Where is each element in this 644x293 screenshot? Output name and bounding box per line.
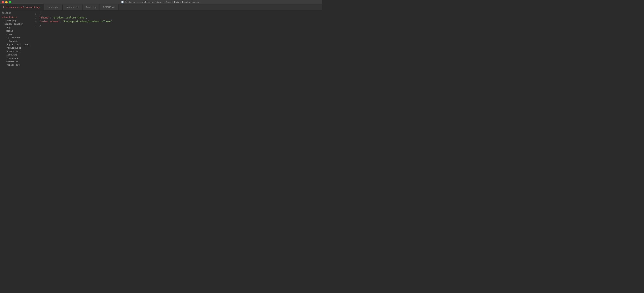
minimize-button[interactable]	[5, 1, 8, 3]
editor-content: 1 { 2 "theme": "predawn.sublime-theme", …	[32, 10, 322, 146]
sidebar-header: FOLDERS	[0, 10, 32, 15]
window-title: 📄 Preferences.sublime-settings — SportsN…	[121, 1, 201, 3]
tab-bar: Preferences.sublime-settings index.php h…	[0, 4, 322, 10]
file-icon: 📄	[121, 1, 124, 3]
sidebar-item-apple-touch-icon[interactable]: apple-touch-icon.png	[0, 43, 32, 46]
title-bar: 📄 Preferences.sublime-settings — SportsN…	[0, 0, 322, 4]
sidebar-item-robots-txt[interactable]: robots.txt	[0, 63, 32, 67]
sidebar-item-htaccess[interactable]: .htaccess	[0, 39, 32, 43]
sidebar-item-bizdev-tracker[interactable]: bizdev-tracker	[0, 22, 32, 26]
line-number-2: 2	[32, 16, 40, 20]
window-controls	[2, 1, 11, 3]
line-number-4: 4	[32, 24, 40, 27]
close-button[interactable]	[2, 1, 4, 3]
sidebar-item-theme[interactable]: theme	[0, 32, 32, 36]
line-number-1: 1	[32, 12, 40, 16]
sidebar-item-sportsngin[interactable]: ▼ SportsNgin	[0, 15, 32, 19]
tab-index-php[interactable]: index.php	[44, 4, 62, 10]
editor-line-1: 1 {	[32, 12, 322, 16]
tab-preferences[interactable]: Preferences.sublime-settings	[0, 4, 44, 10]
sidebar-item-index-php-root[interactable]: index.php	[0, 19, 32, 22]
folder-icon: ▼	[2, 16, 3, 18]
sidebar-item-index-php-biz[interactable]: index.php	[0, 56, 32, 60]
line-content-3: "color_scheme": "Packages/Predawn/predaw…	[40, 20, 112, 23]
tab-humans-txt[interactable]: humans.txt	[62, 4, 82, 10]
editor[interactable]: 1 { 2 "theme": "predawn.sublime-theme", …	[32, 10, 322, 146]
line-number-3: 3	[32, 20, 40, 23]
sidebar-item-media[interactable]: media	[0, 29, 32, 32]
sidebar-item-icon-jpg[interactable]: Icon.jpg	[0, 53, 32, 56]
maximize-button[interactable]	[9, 1, 11, 3]
sidebar-item-app[interactable]: app	[0, 26, 32, 29]
sidebar-item-readme-md[interactable]: README.md	[0, 60, 32, 63]
line-content-1: {	[40, 12, 41, 16]
line-content-4: }	[40, 24, 41, 27]
editor-line-3: 3 "color_scheme": "Packages/Predawn/pred…	[32, 20, 322, 23]
line-content-2: "theme": "predawn.sublime-theme",	[40, 16, 87, 20]
main-layout: FOLDERS ▼ SportsNgin index.php bizdev-tr…	[0, 10, 322, 146]
sidebar-item-gitignore[interactable]: .gitignore	[0, 36, 32, 39]
editor-line-2: 2 "theme": "predawn.sublime-theme",	[32, 16, 322, 20]
tab-icon-jpg[interactable]: Icon.jpg	[82, 4, 100, 10]
sidebar: FOLDERS ▼ SportsNgin index.php bizdev-tr…	[0, 10, 32, 146]
editor-line-4: 4 }	[32, 24, 322, 27]
sidebar-item-humans-txt[interactable]: humans.txt	[0, 50, 32, 53]
tab-readme-md[interactable]: README.md	[100, 4, 118, 10]
sidebar-item-favicon[interactable]: favicon.ico	[0, 46, 32, 50]
